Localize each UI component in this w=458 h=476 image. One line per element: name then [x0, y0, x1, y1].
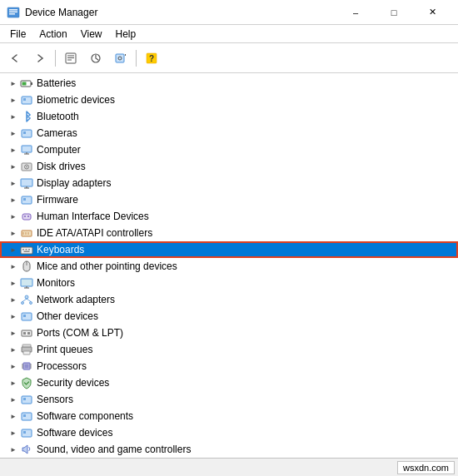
expand-arrow-monitors: ► [7, 276, 20, 290]
svg-rect-55 [23, 332, 26, 335]
expand-arrow-soundvideo: ► [7, 443, 20, 456]
tree-item-soundvideo[interactable]: ►Sound, video and game controllers [0, 441, 458, 458]
svg-point-25 [26, 166, 27, 168]
tree-item-network[interactable]: ►Network adapters [0, 291, 458, 308]
tree-item-label-monitors: Monitors [37, 277, 75, 289]
tree-item-firmware[interactable]: ►Firmware [0, 191, 458, 208]
tree-item-softwarecomponents[interactable]: ►Software components [0, 408, 458, 424]
tree-item-ideata[interactable]: ►IDE ATA/ATAPI controllers [0, 225, 458, 241]
svg-rect-71 [23, 414, 26, 417]
tree-view[interactable]: ►Batteries►Biometric devices►Bluetooth►C… [0, 73, 458, 458]
tree-item-other[interactable]: ►Other devices [0, 308, 458, 325]
mouse-icon [20, 260, 33, 273]
monitor-icon [20, 276, 33, 290]
svg-rect-40 [26, 249, 27, 250]
tree-item-label-displayadapters: Display adapters [37, 177, 111, 189]
close-button[interactable]: ✕ [413, 0, 451, 25]
update-driver-button[interactable] [84, 47, 107, 70]
menu-bar: File Action View Help [0, 25, 458, 43]
help-icon: ? [145, 52, 158, 65]
svg-rect-29 [22, 196, 32, 204]
tree-item-keyboards[interactable]: ►Keyboards [0, 241, 458, 258]
tree-item-processors[interactable]: ►Processors [0, 358, 458, 374]
expand-arrow-security: ► [7, 376, 20, 389]
scan-button[interactable] [109, 47, 132, 70]
back-icon [8, 52, 22, 65]
tree-item-printqueues[interactable]: ►Print queues [0, 341, 458, 358]
minimize-button[interactable]: – [336, 0, 375, 25]
svg-text:?: ? [149, 54, 154, 63]
tree-item-label-firmware: Firmware [37, 194, 78, 206]
svg-rect-16 [22, 97, 32, 104]
svg-point-49 [30, 302, 32, 305]
svg-rect-20 [22, 146, 32, 152]
tree-item-label-ideata: IDE ATA/ATAPI controllers [37, 227, 152, 239]
tree-item-label-softwaredevices: Software devices [37, 427, 112, 439]
expand-arrow-displayadapters: ► [7, 176, 20, 190]
tree-item-mice[interactable]: ►Mice and other pointing devices [0, 258, 458, 275]
menu-view[interactable]: View [74, 25, 109, 42]
svg-rect-39 [22, 249, 24, 250]
svg-rect-44 [21, 279, 32, 286]
svg-rect-73 [23, 431, 26, 434]
back-button[interactable] [3, 47, 27, 70]
tree-item-diskdrives[interactable]: ►Disk drives [0, 158, 458, 175]
expand-arrow-ports: ► [7, 326, 20, 340]
properties-icon [64, 52, 77, 65]
update-icon [89, 52, 102, 65]
expand-arrow-computer: ► [7, 143, 20, 156]
status-bar: wsxdn.com [0, 458, 458, 476]
tree-item-biometric[interactable]: ►Biometric devices [0, 92, 458, 108]
security-icon [20, 376, 33, 389]
tree-item-hid[interactable]: ►Human Interface Devices [0, 208, 458, 225]
main-area: ►Batteries►Biometric devices►Bluetooth►C… [0, 73, 458, 458]
forward-button[interactable] [28, 47, 52, 70]
expand-arrow-printqueues: ► [7, 343, 20, 356]
tree-item-monitors[interactable]: ►Monitors [0, 275, 458, 291]
svg-rect-38 [21, 247, 32, 254]
device-icon [20, 126, 33, 140]
tree-item-security[interactable]: ►Security devices [0, 374, 458, 391]
svg-rect-41 [28, 249, 30, 250]
tree-item-label-diskdrives: Disk drives [37, 161, 86, 172]
tree-item-batteries[interactable]: ►Batteries [0, 75, 458, 92]
tree-item-bluetooth[interactable]: ►Bluetooth [0, 108, 458, 125]
maximize-button[interactable]: □ [375, 0, 413, 25]
tree-item-label-cameras: Cameras [37, 127, 77, 139]
properties-button[interactable] [59, 47, 82, 70]
svg-rect-42 [24, 251, 30, 253]
processor-icon [20, 359, 33, 373]
svg-rect-17 [23, 98, 26, 101]
tree-item-label-ports: Ports (COM & LPT) [37, 327, 123, 339]
display-icon [20, 176, 33, 190]
expand-arrow-cameras: ► [7, 126, 20, 140]
tree-item-softwaredevices[interactable]: ►Software devices [0, 424, 458, 441]
svg-rect-9 [116, 54, 124, 62]
tree-item-label-hid: Human Interface Devices [37, 211, 149, 222]
svg-rect-54 [22, 330, 32, 336]
menu-file[interactable]: File [3, 25, 32, 42]
svg-rect-30 [23, 198, 26, 201]
device-icon [20, 193, 33, 206]
ports-icon [20, 326, 33, 340]
svg-rect-14 [31, 82, 32, 85]
hid-icon [20, 210, 33, 223]
tree-item-computer[interactable]: ►Computer [0, 141, 458, 158]
tree-item-label-mice: Mice and other pointing devices [37, 260, 177, 272]
tree-item-cameras[interactable]: ►Cameras [0, 125, 458, 141]
tree-item-label-processors: Processors [37, 360, 87, 372]
tree-item-sensors[interactable]: ►Sensors [0, 391, 458, 408]
tree-item-displayadapters[interactable]: ►Display adapters [0, 175, 458, 191]
expand-arrow-other: ► [7, 310, 20, 323]
help-button[interactable]: ? [140, 47, 163, 70]
menu-action[interactable]: Action [32, 25, 73, 42]
device-icon [20, 409, 33, 423]
tree-item-label-network: Network adapters [37, 294, 115, 305]
tree-item-ports[interactable]: ►Ports (COM & LPT) [0, 325, 458, 341]
expand-arrow-mice: ► [7, 260, 20, 273]
svg-rect-18 [22, 130, 32, 137]
tree-item-label-printqueues: Print queues [37, 344, 92, 355]
tree-item-label-computer: Computer [37, 144, 81, 156]
menu-help[interactable]: Help [109, 25, 143, 42]
expand-arrow-batteries: ► [7, 77, 20, 90]
